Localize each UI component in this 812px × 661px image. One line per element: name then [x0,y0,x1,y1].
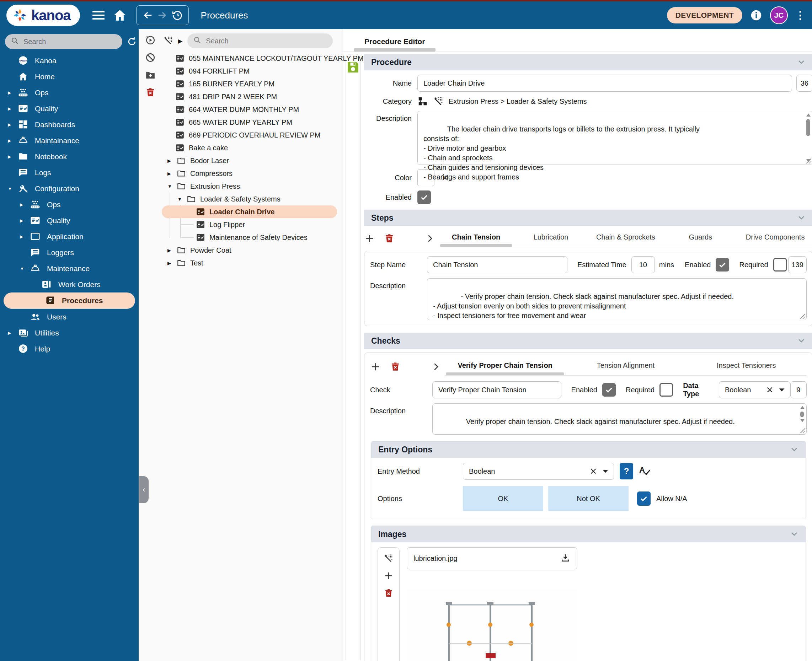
tree-item-test[interactable]: ▶Test [162,257,343,269]
sidebar-item-quality[interactable]: ▶Quality [0,101,139,117]
tree-item-bake-a-cake[interactable]: Bake a cake [162,141,343,154]
resize-handle[interactable] [806,158,811,163]
chevron-collapsed-icon[interactable]: ▶ [8,122,18,127]
tree-item-extrusion-press[interactable]: ▼Extrusion Press [162,180,343,193]
delete-image-icon[interactable] [384,588,393,599]
image-file-item[interactable]: lubrication.jpg [407,547,577,569]
sidebar-item-home[interactable]: Home [0,69,139,85]
sidebar-item-kanoa[interactable]: KANOAKanoa [0,53,139,69]
check-tab-inspect-tensioners[interactable]: Inspect Tensioners [686,358,807,375]
help-icon[interactable]: ? [620,463,633,479]
entry-method-select[interactable]: Boolean [463,463,614,480]
tree-item-loader-chain-drive[interactable]: Loader Chain Drive [162,205,337,218]
estimated-time-input[interactable] [631,256,655,273]
resize-handle[interactable] [800,314,805,319]
chevron-collapsed-icon[interactable]: ▶ [168,248,177,253]
chevron-down-icon[interactable] [601,467,609,475]
refresh-icon[interactable] [126,36,137,47]
chevron-collapsed-icon[interactable]: ▶ [8,106,18,111]
tree-item-664-water-dump-monthly-pm[interactable]: 664 WATER DUMP MONTHLY PM [162,103,343,116]
sidebar-item-ops[interactable]: ▶Ops [0,85,139,101]
scrollbar-thumb[interactable] [800,412,804,417]
add-check-icon[interactable] [370,361,381,372]
delete-step-icon[interactable] [384,233,395,244]
auto-fix-off-icon[interactable] [384,553,393,564]
download-icon[interactable] [560,552,571,564]
sidebar-item-quality[interactable]: ▶Quality [0,212,139,228]
check-description-textarea[interactable]: Verify proper chain tension. Check slack… [432,403,807,434]
sidebar-item-maintainance[interactable]: ▶Maintainance [0,133,139,148]
next-step-icon[interactable] [425,233,435,244]
next-check-icon[interactable] [430,361,441,372]
step-tab-chain-tension[interactable]: Chain Tension [439,230,513,247]
more-menu-icon[interactable]: ⋮ [795,12,806,19]
tree-item-665-water-dump-yearly-pm[interactable]: 665 WATER DUMP YEARLY PM [162,116,343,129]
back-icon[interactable] [142,9,153,21]
delete-check-icon[interactable] [390,361,401,372]
step-required-checkbox[interactable] [773,258,787,271]
scrollbar-thumb[interactable] [806,119,810,136]
auto-fix-off-icon[interactable] [163,35,173,46]
scroll-up-icon[interactable] [800,406,804,409]
step-tab-chain-sprockets[interactable]: Chain & Sprockets [588,230,663,247]
tree-item-loader-safety-systems[interactable]: ▼Loader & Safety Systems [162,193,343,205]
chevron-collapsed-icon[interactable]: ▶ [8,154,18,159]
tree-item-669-periodic-overhaul-review-pm[interactable]: 669 PERIODIC OVERHAUL REVIEW PM [162,129,343,141]
clear-icon[interactable] [766,386,774,394]
chevron-down-icon[interactable] [797,57,806,67]
chevron-collapsed-icon[interactable]: ▶ [8,90,18,95]
sidebar-item-logs[interactable]: Logs [0,164,139,180]
allow-na-checkbox[interactable] [637,492,651,506]
sidebar-search-input[interactable]: Search [5,34,122,49]
chevron-down-icon[interactable] [790,445,799,455]
collapse-panel-icon[interactable]: ‹ [139,476,149,503]
user-avatar[interactable]: JC [770,6,788,24]
chevron-expanded-icon[interactable]: ▼ [20,266,30,271]
add-image-icon[interactable] [384,571,393,582]
auto-fix-off-icon[interactable] [433,96,444,107]
sidebar-item-loggers[interactable]: Loggers [0,244,139,260]
sidebar-item-work-orders[interactable]: Work Orders [0,276,139,292]
chevron-expanded-icon[interactable]: ▼ [177,196,187,202]
option-button-ok[interactable]: OK [463,486,543,511]
scroll-up-icon[interactable] [806,113,810,117]
check-name-input[interactable] [432,381,561,398]
chevron-down-icon[interactable] [778,386,786,394]
resize-handle[interactable] [800,428,805,433]
sidebar-item-configuration[interactable]: ▼Configuration [0,180,139,196]
data-type-select[interactable]: Boolean [719,381,790,398]
tree-item-165-burner-yearly-pm[interactable]: 165 BURNER YEARLY PM [162,77,343,90]
chevron-collapsed-icon[interactable]: ▶ [168,171,177,176]
add-step-icon[interactable] [364,233,375,244]
kanoa-logo[interactable]: kanoa [6,5,80,26]
chevron-collapsed-icon[interactable]: ▶ [168,158,177,163]
check-tab-verify-proper-chain-tension[interactable]: Verify Proper Chain Tension [445,358,565,375]
add-folder-icon[interactable] [145,70,156,81]
chevron-collapsed-icon[interactable]: ▶ [168,260,177,266]
procedure-name-input[interactable] [417,75,792,92]
sidebar-item-utilities[interactable]: ▶Utilities [0,325,139,341]
tree-item-055-maintenance-lockout-tagout-yearly-pm[interactable]: 055 MAINTENANCE LOCKOUT/TAGOUT YEARLY PM [162,52,343,65]
sidebar-item-notebook[interactable]: ▶Notebook [0,148,139,164]
check-required-checkbox[interactable] [660,383,673,397]
tree-item-bodor-laser[interactable]: ▶Bodor Laser [162,154,343,167]
check-tab-tension-alignment[interactable]: Tension Alignment [565,358,686,375]
step-tab-guards[interactable]: Guards [663,230,738,247]
option-button-not-ok[interactable]: Not OK [548,486,628,511]
spellcheck-icon[interactable]: A [638,465,651,478]
tree-item-094-forklift-pm[interactable]: 094 FORKLIFT PM [162,65,343,77]
sidebar-item-ops[interactable]: ▶Ops [0,196,139,212]
sidebar-item-maintenance[interactable]: ▼Maintenance [0,260,139,276]
sidebar-item-dashboards[interactable]: ▶Dashboards [0,117,139,133]
run-procedure-icon[interactable] [145,35,156,46]
sidebar-item-help[interactable]: ?Help [0,341,139,357]
chevron-down-icon[interactable] [790,530,799,539]
chevron-collapsed-icon[interactable]: ▶ [20,218,30,223]
menu-toggle-icon[interactable] [91,9,106,22]
sidebar-item-users[interactable]: Users [0,309,139,325]
forward-icon[interactable] [157,9,168,21]
procedure-description-textarea[interactable]: The loader chain drive transports logs o… [417,111,812,165]
sidebar-item-procedures[interactable]: Procedures [3,292,135,309]
chevron-expanded-icon[interactable]: ▼ [8,186,18,191]
disable-icon[interactable] [145,52,156,64]
